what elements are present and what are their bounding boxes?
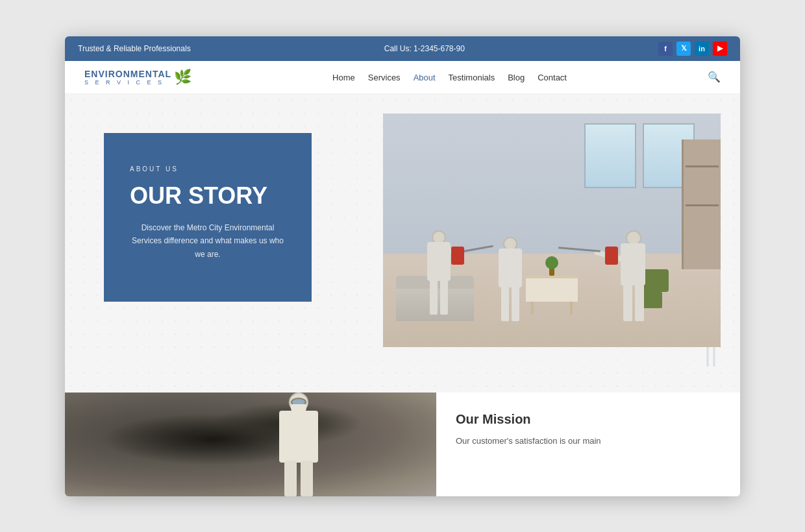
nav-about[interactable]: About <box>414 73 436 82</box>
social-icons: f 𝕏 in ▶ <box>658 42 727 56</box>
worker-figure-3 <box>617 230 649 321</box>
second-left-photo <box>65 393 436 496</box>
hero-description: Discover the Metro City Environmental Se… <box>130 221 286 261</box>
worker-small-legs <box>284 461 313 496</box>
worker-protective-gear <box>273 393 325 496</box>
nav-links: Home Services About Testimonials Blog Co… <box>332 71 567 83</box>
mission-title: Our Mission <box>456 412 721 427</box>
hero-photos <box>299 120 701 367</box>
nav-bar: ENVIRONMENTAL S E R V I C E S 🌿 Home Ser… <box>65 61 740 94</box>
logo: ENVIRONMENTAL S E R V I C E S 🌿 <box>84 69 192 86</box>
worker-small-body <box>279 411 318 463</box>
story-box: ABOUT US OUR STORY Discover the Metro Ci… <box>104 133 312 302</box>
worker3-body <box>621 243 645 285</box>
browser-window: Trusted & Reliable Professionals Call Us… <box>65 36 740 496</box>
worker1-body <box>427 242 451 281</box>
logo-bottom-text: S E R V I C E S <box>84 79 171 86</box>
search-icon[interactable]: 🔍 <box>708 71 721 83</box>
facebook-icon[interactable]: f <box>658 42 673 56</box>
linkedin-icon[interactable]: in <box>695 42 709 56</box>
mission-text: Our customer's satisfaction is our main <box>456 435 721 448</box>
nav-blog[interactable]: Blog <box>508 73 525 82</box>
hero-section: ABOUT US OUR STORY Discover the Metro Ci… <box>65 94 740 393</box>
worker2-body <box>499 248 522 287</box>
hero-heading: OUR STORY <box>130 183 286 209</box>
room-shelf <box>682 139 721 269</box>
room-table <box>526 276 578 302</box>
nav-contact[interactable]: Contact <box>538 73 567 82</box>
phone-number: Call Us: 1-2345-678-90 <box>384 44 465 53</box>
youtube-icon[interactable]: ▶ <box>713 42 727 56</box>
twitter-icon[interactable]: 𝕏 <box>676 42 691 56</box>
top-bar: Trusted & Reliable Professionals Call Us… <box>65 36 740 61</box>
hero-content: ABOUT US OUR STORY Discover the Metro Ci… <box>65 94 740 393</box>
nav-testimonials[interactable]: Testimonials <box>449 73 495 82</box>
worker-figure-1 <box>422 230 454 315</box>
worker2-legs <box>501 285 519 321</box>
photo-scene <box>383 114 721 347</box>
worker3-legs <box>623 284 644 321</box>
mold-spots <box>65 393 436 496</box>
logo-icon: 🌿 <box>174 69 192 86</box>
worker1-legs <box>430 279 448 315</box>
worker1-backpack <box>451 247 464 265</box>
about-us-label: ABOUT US <box>130 165 286 173</box>
tagline: Trusted & Reliable Professionals <box>78 44 191 53</box>
nav-services[interactable]: Services <box>368 73 401 82</box>
logo-text: ENVIRONMENTAL S E R V I C E S <box>84 69 171 86</box>
room-plant <box>545 256 558 276</box>
hero-main-photo <box>383 114 721 347</box>
nav-home[interactable]: Home <box>332 73 355 82</box>
mission-section: Our Mission Our customer's satisfaction … <box>436 393 740 496</box>
room-window-2 <box>584 123 636 188</box>
worker-figure-2 <box>493 237 526 321</box>
second-section: Our Mission Our customer's satisfaction … <box>65 393 740 496</box>
worker3-backpack <box>605 247 618 265</box>
logo-top-text: ENVIRONMENTAL <box>84 69 171 79</box>
